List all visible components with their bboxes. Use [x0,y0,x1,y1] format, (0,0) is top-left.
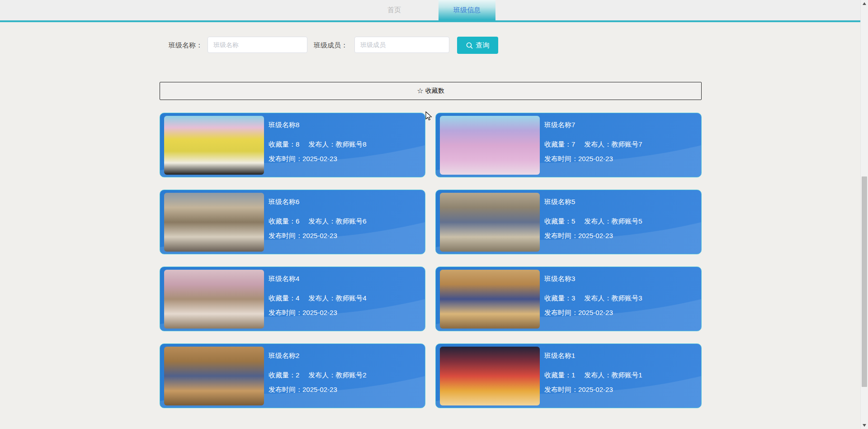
favorites-count: 7 [571,140,575,148]
tab-class-info[interactable]: 班级信息 [439,0,495,20]
favorites-count: 8 [296,140,299,148]
class-meta: 收藏量：2发布人：教师账号2 [269,371,367,380]
favorites-count: 6 [296,217,299,225]
class-publish-date: 发布时间：2025-02-23 [269,386,337,394]
class-info-page: 首页 班级信息 班级名称： 班级成员： 查询 ☆ 收藏数 班级名称8 [0,0,868,429]
publish-time-label: 发布时间： [544,309,578,316]
class-photo [164,347,264,405]
class-publish-date: 发布时间：2025-02-23 [544,155,613,163]
publisher-label: 发布人： [308,217,335,225]
publish-time-value: 2025-02-23 [578,386,613,393]
class-photo [440,193,540,252]
class-name-label: 班级名称： [169,37,203,54]
class-photo [164,116,264,175]
publisher-name: 教师账号2 [335,371,366,379]
class-meta: 收藏量：1发布人：教师账号1 [544,371,642,380]
class-card[interactable]: 班级名称2 收藏量：2发布人：教师账号2 发布时间：2025-02-23 [160,343,425,408]
publish-time-label: 发布时间： [269,232,302,239]
publisher-label: 发布人： [308,294,335,302]
publish-time-value: 2025-02-23 [302,309,337,316]
tab-home-label: 首页 [387,6,401,14]
class-name-input[interactable] [208,37,307,53]
favorites-label: 收藏量： [544,217,571,225]
class-title: 班级名称4 [269,275,299,283]
class-photo [440,347,540,405]
sort-bar-label: 收藏数 [425,87,444,95]
favorites-label: 收藏量： [269,294,296,302]
class-title: 班级名称5 [544,198,575,206]
class-publish-date: 发布时间：2025-02-23 [544,309,613,317]
publish-time-value: 2025-02-23 [578,232,613,239]
vertical-scrollbar[interactable] [860,0,868,429]
publisher-label: 发布人： [308,140,335,148]
class-meta: 收藏量：6发布人：教师账号6 [269,217,367,226]
class-title: 班级名称8 [269,121,299,129]
class-card[interactable]: 班级名称4 收藏量：4发布人：教师账号4 发布时间：2025-02-23 [160,267,425,331]
class-publish-date: 发布时间：2025-02-23 [544,386,613,394]
class-title: 班级名称7 [544,121,575,129]
publish-time-label: 发布时间： [544,386,578,393]
class-title: 班级名称6 [269,198,299,206]
magnifier-icon [466,42,473,49]
class-photo [164,193,264,252]
class-card[interactable]: 班级名称6 收藏量：6发布人：教师账号6 发布时间：2025-02-23 [160,190,425,254]
class-card[interactable]: 班级名称5 收藏量：5发布人：教师账号5 发布时间：2025-02-23 [435,190,702,254]
class-meta: 收藏量：4发布人：教师账号4 [269,294,367,303]
publish-time-label: 发布时间： [269,155,302,162]
class-meta: 收藏量：7发布人：教师账号7 [544,140,642,149]
class-title: 班级名称3 [544,275,575,283]
tab-class-info-label: 班级信息 [453,6,481,14]
favorites-count: 1 [571,371,575,379]
publisher-label: 发布人： [308,371,335,379]
class-publish-date: 发布时间：2025-02-23 [269,155,337,163]
class-member-input[interactable] [354,37,449,53]
favorites-count: 5 [571,217,575,225]
favorites-label: 收藏量： [269,371,296,379]
class-photo [440,116,540,175]
publish-time-value: 2025-02-23 [302,155,337,162]
star-outline-icon: ☆ [417,87,423,95]
publish-time-value: 2025-02-23 [302,232,337,239]
class-card[interactable]: 班级名称7 收藏量：7发布人：教师账号7 发布时间：2025-02-23 [435,113,702,177]
favorites-count: 3 [571,294,575,302]
class-meta: 收藏量：8发布人：教师账号8 [269,140,367,149]
query-button[interactable]: 查询 [457,37,498,54]
publisher-name: 教师账号5 [611,217,642,225]
favorites-label: 收藏量： [544,294,571,302]
top-navbar: 首页 班级信息 [0,0,860,22]
tab-home[interactable]: 首页 [366,0,423,20]
publisher-label: 发布人： [584,140,611,148]
publish-time-label: 发布时间： [269,309,302,316]
class-card-grid: 班级名称8 收藏量：8发布人：教师账号8 发布时间：2025-02-23 班级名… [160,113,702,408]
query-button-label: 查询 [476,41,490,50]
class-card[interactable]: 班级名称1 收藏量：1发布人：教师账号1 发布时间：2025-02-23 [435,343,702,408]
publisher-name: 教师账号3 [611,294,642,302]
favorites-label: 收藏量： [269,217,296,225]
publish-time-value: 2025-02-23 [578,309,613,316]
scrollbar-down-arrow-icon[interactable] [863,424,866,427]
class-title: 班级名称1 [544,352,575,360]
scrollbar-thumb[interactable] [862,176,867,387]
class-meta: 收藏量：3发布人：教师账号3 [544,294,642,303]
scrollbar-up-arrow-icon[interactable] [863,2,866,5]
publisher-name: 教师账号6 [335,217,366,225]
class-photo [164,270,264,329]
class-publish-date: 发布时间：2025-02-23 [544,232,613,240]
publisher-label: 发布人： [584,294,611,302]
publish-time-label: 发布时间： [269,386,302,393]
class-card[interactable]: 班级名称8 收藏量：8发布人：教师账号8 发布时间：2025-02-23 [160,113,425,177]
publish-time-label: 发布时间： [544,155,578,162]
favorites-count: 2 [296,371,299,379]
publish-time-label: 发布时间： [544,232,578,239]
publisher-name: 教师账号4 [335,294,366,302]
class-publish-date: 发布时间：2025-02-23 [269,309,337,317]
publish-time-value: 2025-02-23 [302,386,337,393]
class-photo [440,270,540,329]
favorites-label: 收藏量： [544,371,571,379]
publisher-label: 发布人： [584,217,611,225]
publish-time-value: 2025-02-23 [578,155,613,162]
class-meta: 收藏量：5发布人：教师账号5 [544,217,642,226]
sort-by-favorites-bar[interactable]: ☆ 收藏数 [160,82,702,100]
class-member-label: 班级成员： [314,37,348,54]
class-card[interactable]: 班级名称3 收藏量：3发布人：教师账号3 发布时间：2025-02-23 [435,267,702,331]
